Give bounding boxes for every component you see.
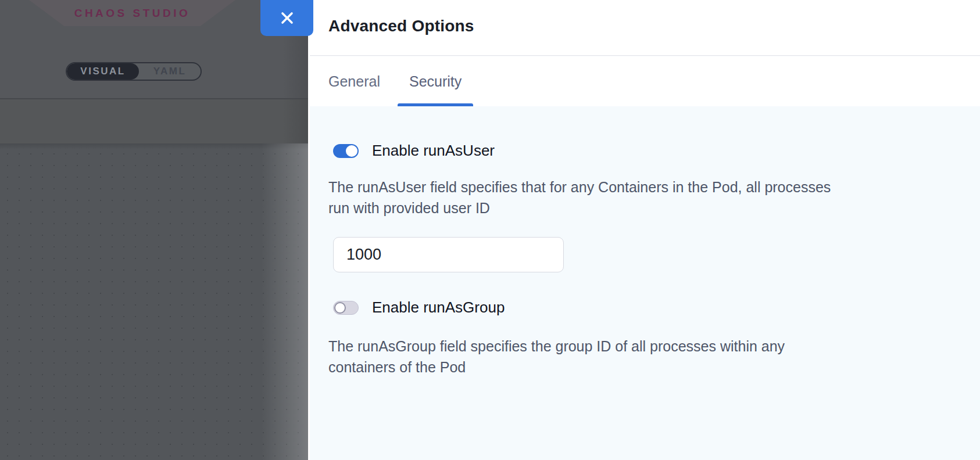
visual-tab[interactable]: VISUAL xyxy=(67,63,139,80)
tab-general[interactable]: General xyxy=(328,56,380,106)
toggle-knob xyxy=(334,302,346,314)
tab-security-label: Security xyxy=(409,73,462,90)
run-as-user-toggle-row: Enable runAsUser xyxy=(333,142,495,160)
run-as-group-toggle-row: Enable runAsGroup xyxy=(333,299,505,317)
yaml-tab[interactable]: YAML xyxy=(139,63,201,80)
run-as-user-input[interactable] xyxy=(333,237,564,272)
tab-security[interactable]: Security xyxy=(398,56,473,106)
toggle-knob xyxy=(346,145,357,157)
close-icon xyxy=(280,10,295,26)
brand-title: CHAOS STUDIO xyxy=(74,7,191,20)
canvas-toolbar-band xyxy=(0,99,308,143)
run-as-user-toggle-label: Enable runAsUser xyxy=(372,142,495,160)
drawer-header: Advanced Options xyxy=(310,0,980,56)
run-as-group-description: The runAsGroup field specifies the group… xyxy=(328,336,898,378)
run-as-user-description: The runAsUser field specifies that for a… xyxy=(328,177,898,218)
brand-banner: CHAOS STUDIO xyxy=(29,0,235,26)
run-as-group-toggle-label: Enable runAsGroup xyxy=(372,299,505,317)
run-as-user-toggle[interactable] xyxy=(333,144,359,158)
chaos-studio-canvas: CHAOS STUDIO VISUAL YAML xyxy=(0,0,308,460)
run-as-group-toggle[interactable] xyxy=(333,301,359,315)
close-drawer-button[interactable] xyxy=(260,0,313,36)
visual-yaml-toggle[interactable]: VISUAL YAML xyxy=(66,62,202,81)
drawer-title: Advanced Options xyxy=(328,17,474,35)
advanced-options-drawer: Advanced Options General Security Enable… xyxy=(308,0,980,460)
drawer-tab-bar: General Security xyxy=(310,56,980,106)
workflow-dot-grid[interactable] xyxy=(0,143,308,460)
